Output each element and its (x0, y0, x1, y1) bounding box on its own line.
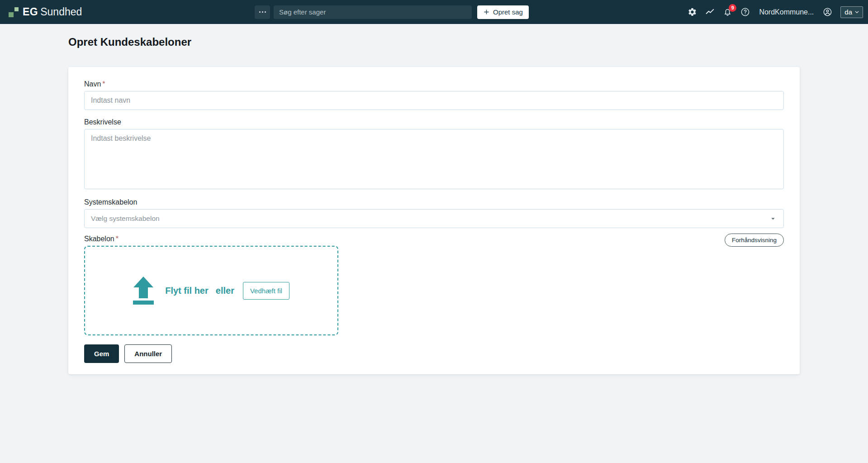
user-icon[interactable] (823, 7, 832, 17)
description-field-group: Beskrivelse (84, 118, 784, 189)
header-center: Opret sag (255, 0, 529, 24)
notifications-button[interactable]: 9 (723, 7, 732, 17)
caret-down-icon (769, 215, 777, 223)
app-header: EGSundhed Opret sag 9 (0, 0, 868, 24)
system-template-field-group: Systemskabelon Vælg systemskabelon (84, 198, 784, 228)
required-asterisk: * (116, 235, 119, 243)
description-textarea[interactable] (84, 129, 784, 189)
select-placeholder: Vælg systemskabelon (91, 215, 160, 223)
form-actions: Gem Annuller (84, 344, 784, 363)
notification-badge: 9 (729, 4, 736, 12)
preview-button[interactable]: Forhåndsvisning (725, 234, 784, 247)
main-content: Opret Kundeskabeloner Navn* Beskrivelse … (68, 35, 800, 374)
plus-icon (483, 9, 490, 15)
brand-bold: EG (23, 6, 38, 18)
name-label: Navn* (84, 80, 784, 88)
gear-icon[interactable] (688, 7, 697, 17)
name-field-group: Navn* (84, 80, 784, 110)
activity-trend-icon[interactable] (705, 7, 715, 17)
system-template-select[interactable]: Vælg systemskabelon (84, 209, 784, 228)
brand-name: Sundhed (40, 6, 82, 18)
file-dropzone[interactable]: Flyt fil her eller Vedhæft fil (84, 246, 338, 335)
help-icon[interactable] (740, 7, 750, 17)
header-right: 9 NordKommune... da (688, 0, 863, 24)
template-field-header: Skabelon* Forhåndsvisning (84, 235, 784, 243)
language-selector[interactable]: da (840, 6, 863, 18)
create-case-button[interactable]: Opret sag (477, 5, 529, 19)
drop-file-label: Flyt fil her (165, 286, 209, 296)
required-asterisk: * (102, 80, 105, 88)
save-button[interactable]: Gem (84, 344, 119, 363)
template-label: Skabelon* (84, 235, 784, 243)
brand-logo: EGSundhed (9, 0, 82, 24)
system-template-label: Systemskabelon (84, 198, 784, 206)
cancel-button[interactable]: Annuller (124, 344, 172, 363)
or-label: eller (216, 286, 234, 296)
organization-name[interactable]: NordKommune... (759, 8, 814, 16)
description-label: Beskrivelse (84, 118, 784, 126)
eg-logo-icon (9, 7, 19, 17)
more-menu-button[interactable] (255, 5, 270, 19)
page-title: Opret Kundeskabeloner (68, 35, 800, 48)
chevron-down-icon (854, 10, 859, 14)
attach-file-button[interactable]: Vedhæft fil (243, 282, 289, 300)
upload-icon (133, 277, 154, 305)
search-input[interactable] (274, 5, 472, 19)
create-template-form-card: Navn* Beskrivelse Systemskabelon Vælg sy… (68, 67, 800, 374)
name-input[interactable] (84, 91, 784, 110)
ellipsis-icon (259, 11, 261, 13)
